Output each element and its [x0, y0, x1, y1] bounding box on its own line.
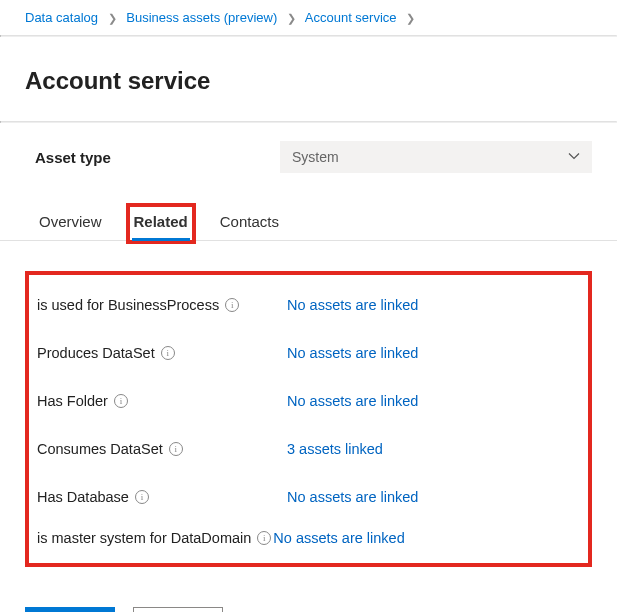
related-link[interactable]: No assets are linked [287, 345, 418, 361]
chevron-down-icon [568, 149, 580, 165]
divider [0, 35, 617, 37]
related-link[interactable]: No assets are linked [287, 393, 418, 409]
info-icon[interactable]: i [114, 394, 128, 408]
related-row: Produces DataSet i No assets are linked [37, 329, 580, 377]
breadcrumb: Data catalog ❯ Business assets (preview)… [0, 10, 617, 35]
chevron-right-icon: ❯ [406, 12, 415, 25]
button-row: Save Cancel [0, 567, 617, 612]
breadcrumb-link-data-catalog[interactable]: Data catalog [25, 10, 98, 25]
chevron-right-icon: ❯ [108, 12, 117, 25]
related-link[interactable]: No assets are linked [287, 297, 418, 313]
related-panel: is used for BusinessProcess i No assets … [25, 271, 592, 567]
related-row: is master system for DataDomain i No ass… [37, 521, 580, 555]
related-label: Has Database [37, 489, 129, 505]
info-icon[interactable]: i [161, 346, 175, 360]
breadcrumb-link-account-service[interactable]: Account service [305, 10, 397, 25]
info-icon[interactable]: i [225, 298, 239, 312]
related-link[interactable]: 3 assets linked [287, 441, 383, 457]
related-row: Has Database i No assets are linked [37, 473, 580, 521]
related-link[interactable]: No assets are linked [287, 489, 418, 505]
related-label: Produces DataSet [37, 345, 155, 361]
related-link[interactable]: No assets are linked [273, 530, 404, 546]
related-label: Has Folder [37, 393, 108, 409]
info-icon[interactable]: i [257, 531, 271, 545]
related-label: is master system for DataDomain [37, 530, 251, 546]
related-row: is used for BusinessProcess i No assets … [37, 281, 580, 329]
related-label: Consumes DataSet [37, 441, 163, 457]
save-button[interactable]: Save [25, 607, 115, 612]
asset-type-row: Asset type System [0, 123, 617, 181]
tab-related[interactable]: Related [130, 207, 192, 240]
chevron-right-icon: ❯ [287, 12, 296, 25]
asset-type-label: Asset type [35, 149, 280, 166]
asset-type-value: System [292, 149, 339, 165]
info-icon[interactable]: i [169, 442, 183, 456]
cancel-button[interactable]: Cancel [133, 607, 223, 612]
tabs: Overview Related Contacts [0, 181, 617, 241]
info-icon[interactable]: i [135, 490, 149, 504]
related-row: Has Folder i No assets are linked [37, 377, 580, 425]
asset-type-select[interactable]: System [280, 141, 592, 173]
related-row: Consumes DataSet i 3 assets linked [37, 425, 580, 473]
page-title: Account service [0, 53, 617, 105]
tab-overview[interactable]: Overview [35, 207, 106, 240]
breadcrumb-link-business-assets[interactable]: Business assets (preview) [126, 10, 277, 25]
tab-contacts[interactable]: Contacts [216, 207, 283, 240]
related-label: is used for BusinessProcess [37, 297, 219, 313]
